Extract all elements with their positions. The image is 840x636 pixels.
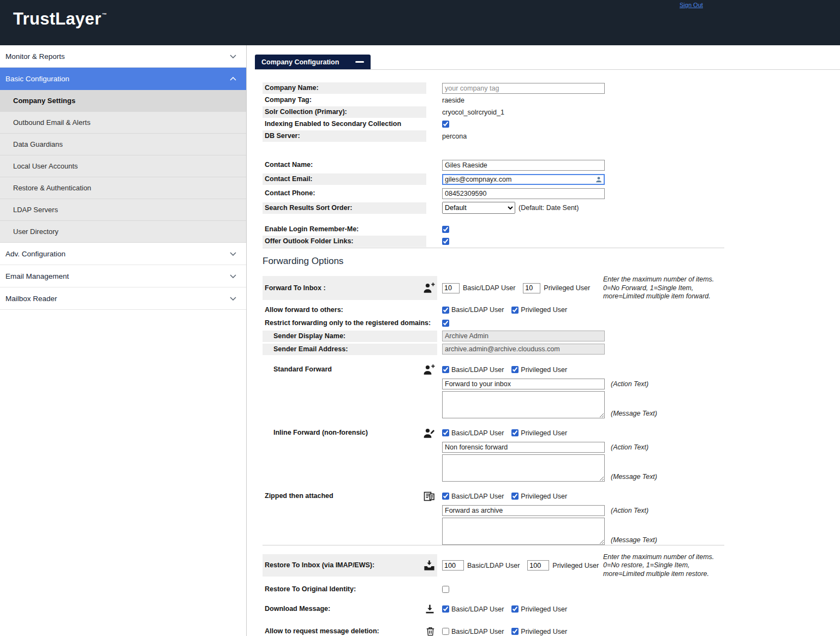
subnav-label: Local User Accounts: [13, 162, 78, 170]
download-icon: [424, 603, 436, 615]
subnav-label: User Directory: [13, 227, 58, 236]
download-basic-checkbox[interactable]: Basic/LDAP User: [442, 605, 504, 613]
sender-email-address-input: [442, 344, 605, 355]
restore-priv-max-input[interactable]: [527, 560, 549, 571]
sidebar-item-basic-configuration[interactable]: Basic Configuration: [0, 68, 246, 90]
forward-person-add-icon: [422, 281, 436, 295]
sender-display-name-input: [442, 331, 605, 341]
db-server-value: percona: [442, 133, 467, 140]
sidebar-subitem-ldap-servers[interactable]: LDAP Servers: [0, 199, 246, 221]
collapse-icon[interactable]: [355, 61, 364, 63]
nav-label: Email Management: [5, 272, 69, 280]
inline-forward-priv-checkbox[interactable]: Privileged User: [511, 429, 567, 437]
inline-forward-person-edit-icon: [422, 427, 436, 440]
zipped-archive-icon: [422, 490, 436, 503]
indexing-enabled-label: Indexing Enabled to Secondary Collection: [263, 118, 426, 130]
section-divider: [263, 248, 724, 248]
solr-collection-label: Solr Collection (Primary):: [263, 106, 426, 118]
nav-label: Mailbox Reader: [5, 295, 57, 303]
inline-forward-action-input[interactable]: [442, 442, 605, 453]
logo-text: TrustLayer: [13, 9, 102, 28]
nav-label: Monitor & Reports: [5, 52, 65, 61]
sidebar-item-email-management[interactable]: Email Management: [0, 265, 246, 287]
autofill-contact-icon[interactable]: [595, 176, 603, 183]
deletion-basic-checkbox[interactable]: Basic/LDAP User: [442, 628, 504, 635]
standard-forward-action-input[interactable]: [442, 379, 605, 389]
sidebar-item-mailbox-reader[interactable]: Mailbox Reader: [0, 287, 246, 310]
action-text-note: (Action Text): [611, 443, 648, 451]
inline-forward-label: Inline Forward (non-forensic): [273, 429, 368, 437]
chevron-down-icon: [230, 252, 236, 256]
subnav-label: Restore & Authentication: [13, 184, 91, 192]
standard-forward-priv-checkbox[interactable]: Privileged User: [511, 366, 567, 374]
restrict-domains-checkbox[interactable]: [442, 320, 449, 327]
zipped-forward-basic-checkbox[interactable]: Basic/LDAP User: [442, 493, 504, 500]
basic-user-label: Basic/LDAP User: [463, 284, 515, 292]
restore-help-text: Enter the maximum number of items. 0=No …: [603, 553, 724, 579]
sidebar-item-adv-configuration[interactable]: Adv. Configuration: [0, 243, 246, 265]
inline-forward-basic-checkbox[interactable]: Basic/LDAP User: [442, 429, 504, 437]
sidebar-subitem-company-settings[interactable]: Company Settings: [0, 90, 246, 112]
configuration-panel: Company Name: Company Tag: raeside Solr …: [255, 69, 840, 636]
forward-basic-max-input[interactable]: [442, 283, 460, 293]
subnav-label: Outbound Email & Alerts: [13, 118, 91, 127]
message-text-note: (Message Text): [611, 410, 657, 418]
sidebar-subitem-local-user-accounts[interactable]: Local User Accounts: [0, 155, 246, 177]
zipped-forward-label: Zipped then attached: [265, 492, 333, 500]
contact-email-input[interactable]: [442, 174, 605, 185]
main-panel: Company Configuration Company Name: Comp…: [255, 55, 840, 636]
sort-order-select[interactable]: Default: [442, 202, 515, 214]
top-header: TrustLayer™ Sign Out: [0, 0, 840, 45]
message-text-note: (Message Text): [611, 473, 657, 482]
chevron-up-icon: [230, 77, 236, 81]
company-name-label: Company Name:: [263, 82, 426, 94]
contact-phone-label: Contact Phone:: [263, 188, 426, 199]
outlook-links-label: Offer Outlook Folder Links:: [263, 236, 426, 247]
allow-forward-label: Allow forward to others:: [263, 304, 437, 316]
sidebar: Monitor & Reports Basic Configuration Co…: [0, 45, 247, 636]
chevron-down-icon: [230, 55, 236, 58]
app-logo: TrustLayer™: [13, 9, 107, 29]
contact-name-input[interactable]: [442, 160, 605, 171]
request-deletion-label: Allow to request message deletion:: [265, 627, 379, 635]
sidebar-subitem-user-directory[interactable]: User Directory: [0, 221, 246, 243]
forward-priv-max-input[interactable]: [523, 283, 540, 293]
zipped-forward-priv-checkbox[interactable]: Privileged User: [511, 493, 567, 500]
sender-email-address-label: Sender Email Address:: [263, 344, 437, 355]
contact-phone-input[interactable]: [442, 188, 605, 199]
subnav-label: LDAP Servers: [13, 206, 58, 214]
zipped-forward-action-input[interactable]: [442, 505, 605, 516]
section-divider: [263, 545, 724, 545]
standard-forward-basic-checkbox[interactable]: Basic/LDAP User: [442, 366, 504, 374]
allow-forward-priv-checkbox[interactable]: Privileged User: [511, 306, 567, 314]
remember-me-label: Enable Login Remember-Me:: [263, 224, 426, 235]
trash-icon: [425, 626, 436, 636]
privileged-user-label: Privileged User: [544, 284, 590, 292]
zipped-forward-message-textarea[interactable]: [442, 518, 605, 545]
standard-forward-message-textarea[interactable]: [442, 391, 605, 418]
restore-identity-checkbox[interactable]: [442, 586, 449, 593]
sidebar-subitem-restore-authentication[interactable]: Restore & Authentication: [0, 177, 246, 199]
sidebar-subitem-data-guardians[interactable]: Data Guardians: [0, 134, 246, 155]
download-priv-checkbox[interactable]: Privileged User: [511, 605, 567, 613]
restore-identity-label: Restore To Original Identity:: [263, 584, 426, 595]
restrict-domains-label: Restrict forwarding only to the register…: [263, 317, 437, 329]
restore-inbox-icon: [423, 559, 436, 572]
outlook-links-checkbox[interactable]: [442, 238, 449, 245]
basic-user-label: Basic/LDAP User: [467, 562, 520, 569]
download-message-label: Download Message:: [265, 605, 330, 613]
header-top-link[interactable]: Sign Out: [680, 2, 703, 8]
sidebar-subitem-outbound-email-alerts[interactable]: Outbound Email & Alerts: [0, 112, 246, 134]
company-name-input[interactable]: [442, 83, 605, 94]
action-text-note: (Action Text): [611, 380, 648, 388]
indexing-enabled-checkbox[interactable]: [442, 121, 449, 128]
remember-me-checkbox[interactable]: [442, 226, 449, 233]
forward-help-text: Enter the maximum number of items. 0=No …: [603, 275, 724, 301]
db-server-label: DB Server:: [263, 130, 426, 142]
subnav-label: Data Guardians: [13, 140, 63, 148]
sidebar-item-monitor-reports[interactable]: Monitor & Reports: [0, 45, 246, 68]
deletion-priv-checkbox[interactable]: Privileged User: [511, 628, 567, 635]
allow-forward-basic-checkbox[interactable]: Basic/LDAP User: [442, 306, 504, 314]
inline-forward-message-textarea[interactable]: [442, 454, 605, 482]
restore-basic-max-input[interactable]: [442, 560, 464, 571]
